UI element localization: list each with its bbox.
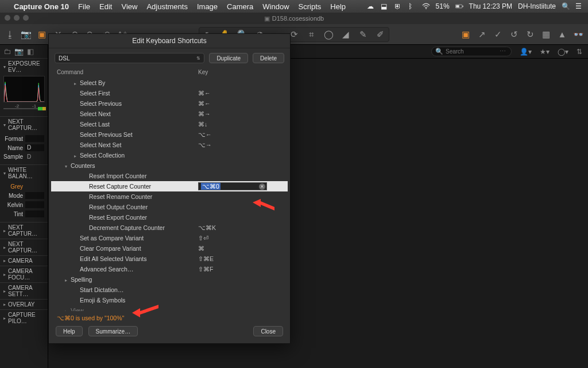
dropbox-icon[interactable]: ⬓ [381,2,389,10]
rotate-right-icon[interactable]: ↻ [525,29,535,40]
capture-icon[interactable]: 📷 [21,29,31,40]
color-filter-icon[interactable]: ◯▾ [558,48,568,56]
library-tab-icon[interactable]: 🗀 [3,47,11,56]
import-icon[interactable]: ⭳ [5,29,15,39]
edit-shortcuts-dialog: Edit Keyboard Shortcuts DSL ⇅ Duplicate … [48,33,291,344]
summarize-button[interactable]: Summarize… [88,326,138,336]
section-whitebalance: WHITE BALAN… [8,167,44,179]
format-field[interactable] [25,135,44,142]
whitebalance-picker-icon[interactable]: ✎ [358,29,368,40]
menu-file[interactable]: File [78,2,90,11]
shortcut-row[interactable]: ▸Spelling [51,274,288,285]
annotation-tool-icon[interactable]: ✐ [375,29,385,40]
chevron-right-icon[interactable]: ▸ [3,245,6,250]
shortcut-key-input[interactable]: ⌥⌘0✕ [198,182,267,190]
shortcut-row[interactable]: Select Previous⌘← [51,98,288,109]
delete-button[interactable]: Delete [253,53,284,63]
warning-icon[interactable]: ▲ [557,29,567,39]
chevron-right-icon[interactable]: ▸ [3,258,6,263]
wb-tint-field[interactable] [25,210,44,217]
cloud-icon[interactable]: ☁︎ [367,2,375,10]
shortcut-row[interactable]: Select Next⌘→ [51,109,288,119]
shortcut-row[interactable]: Advanced Search…⇧⌘F [51,264,288,274]
grid-icon[interactable]: ▦ [541,29,551,40]
shortcut-row[interactable]: ▸Select Collection [51,150,288,160]
doc-title: D158.cosessiondb [272,15,324,22]
chevron-right-icon[interactable]: ▸ [3,228,6,233]
spot-tool-icon[interactable]: ◯ [323,29,334,40]
chevron-right-icon[interactable]: ▸ [3,302,6,307]
chevron-down-icon[interactable]: ▾ [3,171,6,176]
sample-value: D [25,154,31,160]
close-button[interactable]: Close [253,326,283,336]
clear-icon[interactable]: ✕ [259,183,265,190]
menu-window[interactable]: Window [262,2,289,11]
shortcut-row[interactable]: Reset Capture Counter⌥⌘0✕ [51,181,288,191]
rotate-left-icon[interactable]: ↺ [509,29,519,40]
filter-user-icon[interactable]: 👤▾ [520,48,532,56]
sort-icon[interactable]: ⇅ [577,48,582,56]
shortcut-row[interactable]: Reset Rename Counter [51,191,288,202]
keystone-tool-icon[interactable]: ⌗ [306,29,316,40]
shortcut-row[interactable]: Select Last⌘↓ [51,119,288,129]
process-icon[interactable]: ↗ [477,29,487,40]
shortcut-row[interactable]: Reset Export Counter [51,212,288,223]
chevron-right-icon[interactable]: ▸ [3,272,6,277]
shortcut-row[interactable]: Decrement Capture Counter⌥⌘K [51,223,288,233]
shortcut-row[interactable]: ▾Counters [51,160,288,171]
battery-icon[interactable] [455,2,463,10]
exposure-slider[interactable]: -2 -1 [3,105,44,113]
menu-view[interactable]: View [121,2,137,11]
section-label: CAMERA FOCU… [8,268,44,281]
spotlight-icon[interactable]: 🔍 [562,2,570,10]
shortcut-list[interactable]: ▸Select BySelect First⌘←Select Previous⌘… [49,76,290,311]
app-name[interactable]: Capture One 10 [14,2,69,11]
shortcut-row[interactable]: ▸View [51,305,288,311]
user-name[interactable]: DH-Instiitute [518,2,556,10]
shortcut-row[interactable]: ▸Select By [51,78,288,88]
shortcut-row[interactable]: Select First⌘← [51,88,288,98]
shortcut-row[interactable]: Emoji & Symbols [51,295,288,305]
shortcut-row[interactable]: Select Next Set⌥→ [51,140,288,150]
wifi-icon[interactable] [422,2,430,10]
menu-camera[interactable]: Camera [227,2,253,11]
shortcut-row[interactable]: Start Dictation… [51,285,288,295]
menu-image[interactable]: Image [197,2,218,11]
help-button[interactable]: Help [56,326,83,336]
notification-center-icon[interactable]: ☰ [575,2,583,10]
shortcut-row[interactable]: Select Previous Set⌥← [51,129,288,140]
shortcut-row[interactable]: Reset Import Counter [51,171,288,181]
shield-icon[interactable]: ⛨ [394,2,403,10]
name-field[interactable]: D [25,144,44,151]
shortcut-row[interactable]: Edit All Selected Variants⇧⌘E [51,254,288,264]
chevron-down-icon[interactable]: ▾ [3,122,6,128]
chevron-right-icon[interactable]: ▸ [3,289,6,294]
wb-mode-field[interactable] [25,192,44,199]
menu-adjustments[interactable]: Adjustments [146,2,188,11]
search-input[interactable]: 🔍 ⋯ [431,47,512,56]
menu-help[interactable]: Help [330,2,346,11]
search-field[interactable] [446,48,497,55]
menu-edit[interactable]: Edit [99,2,112,11]
browser-view-icon[interactable]: ▣ [461,29,471,40]
bluetooth-icon[interactable]: ᛒ [408,2,416,10]
mask-tool-icon[interactable]: ◢ [341,29,351,40]
wb-grey[interactable]: Grey [3,183,23,190]
duplicate-button[interactable]: Duplicate [209,53,248,63]
live-view-icon[interactable]: ▣ [37,29,47,40]
rating-filter-icon[interactable]: ★▾ [540,48,550,56]
menu-scripts[interactable]: Scripts [299,2,322,11]
shortcut-row[interactable]: Set as Compare Variant⇧⏎ [51,233,288,243]
edit-icon[interactable]: ✓ [493,29,503,40]
chevron-right-icon[interactable]: ▸ [3,316,6,321]
color-tab-icon[interactable]: ◧ [27,47,34,56]
traffic-lights[interactable] [5,15,29,21]
shortcut-row[interactable]: Clear Compare Variant⌘ [51,243,288,254]
shortcut-row[interactable]: Reset Output Counter [51,202,288,212]
preset-dropdown[interactable]: DSL ⇅ [55,53,204,63]
chevron-down-icon[interactable]: ▾ [3,64,6,70]
wb-kelvin-field[interactable] [25,201,44,208]
glasses-icon[interactable]: 👓 [573,29,583,40]
capture-tab-icon[interactable]: 📷 [14,47,24,56]
clock[interactable]: Thu 12:23 PM [469,2,512,10]
